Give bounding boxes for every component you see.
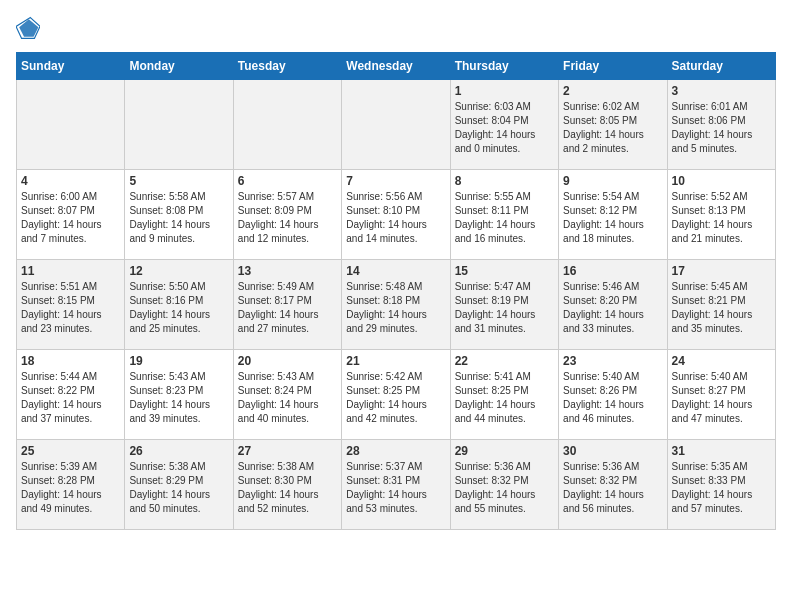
calendar-cell: 15Sunrise: 5:47 AM Sunset: 8:19 PM Dayli… bbox=[450, 260, 558, 350]
calendar-cell: 7Sunrise: 5:56 AM Sunset: 8:10 PM Daylig… bbox=[342, 170, 450, 260]
calendar-cell: 23Sunrise: 5:40 AM Sunset: 8:26 PM Dayli… bbox=[559, 350, 667, 440]
day-number: 23 bbox=[563, 354, 662, 368]
calendar-cell: 30Sunrise: 5:36 AM Sunset: 8:32 PM Dayli… bbox=[559, 440, 667, 530]
calendar-cell: 6Sunrise: 5:57 AM Sunset: 8:09 PM Daylig… bbox=[233, 170, 341, 260]
day-number: 1 bbox=[455, 84, 554, 98]
calendar-cell: 12Sunrise: 5:50 AM Sunset: 8:16 PM Dayli… bbox=[125, 260, 233, 350]
cell-info: Sunrise: 5:41 AM Sunset: 8:25 PM Dayligh… bbox=[455, 370, 554, 426]
cell-info: Sunrise: 5:39 AM Sunset: 8:28 PM Dayligh… bbox=[21, 460, 120, 516]
cell-info: Sunrise: 5:37 AM Sunset: 8:31 PM Dayligh… bbox=[346, 460, 445, 516]
cell-info: Sunrise: 5:43 AM Sunset: 8:23 PM Dayligh… bbox=[129, 370, 228, 426]
day-number: 11 bbox=[21, 264, 120, 278]
day-number: 29 bbox=[455, 444, 554, 458]
cell-info: Sunrise: 5:42 AM Sunset: 8:25 PM Dayligh… bbox=[346, 370, 445, 426]
calendar-cell: 9Sunrise: 5:54 AM Sunset: 8:12 PM Daylig… bbox=[559, 170, 667, 260]
cell-info: Sunrise: 5:47 AM Sunset: 8:19 PM Dayligh… bbox=[455, 280, 554, 336]
cell-info: Sunrise: 6:03 AM Sunset: 8:04 PM Dayligh… bbox=[455, 100, 554, 156]
calendar-cell: 24Sunrise: 5:40 AM Sunset: 8:27 PM Dayli… bbox=[667, 350, 775, 440]
calendar-table: SundayMondayTuesdayWednesdayThursdayFrid… bbox=[16, 52, 776, 530]
cell-info: Sunrise: 5:38 AM Sunset: 8:30 PM Dayligh… bbox=[238, 460, 337, 516]
weekday-header-sunday: Sunday bbox=[17, 53, 125, 80]
calendar-cell bbox=[233, 80, 341, 170]
cell-info: Sunrise: 5:45 AM Sunset: 8:21 PM Dayligh… bbox=[672, 280, 771, 336]
calendar-cell: 28Sunrise: 5:37 AM Sunset: 8:31 PM Dayli… bbox=[342, 440, 450, 530]
day-number: 30 bbox=[563, 444, 662, 458]
calendar-cell: 4Sunrise: 6:00 AM Sunset: 8:07 PM Daylig… bbox=[17, 170, 125, 260]
cell-info: Sunrise: 5:40 AM Sunset: 8:26 PM Dayligh… bbox=[563, 370, 662, 426]
cell-info: Sunrise: 5:52 AM Sunset: 8:13 PM Dayligh… bbox=[672, 190, 771, 246]
day-number: 10 bbox=[672, 174, 771, 188]
calendar-cell: 8Sunrise: 5:55 AM Sunset: 8:11 PM Daylig… bbox=[450, 170, 558, 260]
weekday-header-tuesday: Tuesday bbox=[233, 53, 341, 80]
day-number: 21 bbox=[346, 354, 445, 368]
calendar-cell: 18Sunrise: 5:44 AM Sunset: 8:22 PM Dayli… bbox=[17, 350, 125, 440]
cell-info: Sunrise: 6:01 AM Sunset: 8:06 PM Dayligh… bbox=[672, 100, 771, 156]
logo bbox=[16, 16, 44, 40]
day-number: 3 bbox=[672, 84, 771, 98]
calendar-cell: 26Sunrise: 5:38 AM Sunset: 8:29 PM Dayli… bbox=[125, 440, 233, 530]
day-number: 22 bbox=[455, 354, 554, 368]
cell-info: Sunrise: 5:44 AM Sunset: 8:22 PM Dayligh… bbox=[21, 370, 120, 426]
day-number: 13 bbox=[238, 264, 337, 278]
cell-info: Sunrise: 5:38 AM Sunset: 8:29 PM Dayligh… bbox=[129, 460, 228, 516]
weekday-header-monday: Monday bbox=[125, 53, 233, 80]
day-number: 27 bbox=[238, 444, 337, 458]
weekday-header-wednesday: Wednesday bbox=[342, 53, 450, 80]
cell-info: Sunrise: 5:35 AM Sunset: 8:33 PM Dayligh… bbox=[672, 460, 771, 516]
calendar-cell: 19Sunrise: 5:43 AM Sunset: 8:23 PM Dayli… bbox=[125, 350, 233, 440]
day-number: 8 bbox=[455, 174, 554, 188]
cell-info: Sunrise: 6:00 AM Sunset: 8:07 PM Dayligh… bbox=[21, 190, 120, 246]
calendar-cell: 11Sunrise: 5:51 AM Sunset: 8:15 PM Dayli… bbox=[17, 260, 125, 350]
day-number: 31 bbox=[672, 444, 771, 458]
cell-info: Sunrise: 5:51 AM Sunset: 8:15 PM Dayligh… bbox=[21, 280, 120, 336]
day-number: 24 bbox=[672, 354, 771, 368]
day-number: 16 bbox=[563, 264, 662, 278]
calendar-cell: 21Sunrise: 5:42 AM Sunset: 8:25 PM Dayli… bbox=[342, 350, 450, 440]
day-number: 6 bbox=[238, 174, 337, 188]
calendar-cell: 14Sunrise: 5:48 AM Sunset: 8:18 PM Dayli… bbox=[342, 260, 450, 350]
generalblue-logo-icon bbox=[16, 16, 40, 40]
cell-info: Sunrise: 5:43 AM Sunset: 8:24 PM Dayligh… bbox=[238, 370, 337, 426]
calendar-cell: 1Sunrise: 6:03 AM Sunset: 8:04 PM Daylig… bbox=[450, 80, 558, 170]
cell-info: Sunrise: 5:49 AM Sunset: 8:17 PM Dayligh… bbox=[238, 280, 337, 336]
day-number: 15 bbox=[455, 264, 554, 278]
day-number: 25 bbox=[21, 444, 120, 458]
calendar-cell bbox=[342, 80, 450, 170]
calendar-cell: 16Sunrise: 5:46 AM Sunset: 8:20 PM Dayli… bbox=[559, 260, 667, 350]
calendar-cell: 20Sunrise: 5:43 AM Sunset: 8:24 PM Dayli… bbox=[233, 350, 341, 440]
cell-info: Sunrise: 5:54 AM Sunset: 8:12 PM Dayligh… bbox=[563, 190, 662, 246]
weekday-header-thursday: Thursday bbox=[450, 53, 558, 80]
cell-info: Sunrise: 5:56 AM Sunset: 8:10 PM Dayligh… bbox=[346, 190, 445, 246]
day-number: 28 bbox=[346, 444, 445, 458]
day-number: 12 bbox=[129, 264, 228, 278]
calendar-cell: 22Sunrise: 5:41 AM Sunset: 8:25 PM Dayli… bbox=[450, 350, 558, 440]
calendar-cell: 5Sunrise: 5:58 AM Sunset: 8:08 PM Daylig… bbox=[125, 170, 233, 260]
weekday-header-friday: Friday bbox=[559, 53, 667, 80]
weekday-header-saturday: Saturday bbox=[667, 53, 775, 80]
page-header bbox=[16, 16, 776, 40]
calendar-cell: 3Sunrise: 6:01 AM Sunset: 8:06 PM Daylig… bbox=[667, 80, 775, 170]
calendar-cell: 2Sunrise: 6:02 AM Sunset: 8:05 PM Daylig… bbox=[559, 80, 667, 170]
day-number: 9 bbox=[563, 174, 662, 188]
day-number: 14 bbox=[346, 264, 445, 278]
calendar-cell bbox=[17, 80, 125, 170]
calendar-cell: 10Sunrise: 5:52 AM Sunset: 8:13 PM Dayli… bbox=[667, 170, 775, 260]
day-number: 20 bbox=[238, 354, 337, 368]
day-number: 18 bbox=[21, 354, 120, 368]
day-number: 17 bbox=[672, 264, 771, 278]
day-number: 2 bbox=[563, 84, 662, 98]
cell-info: Sunrise: 5:48 AM Sunset: 8:18 PM Dayligh… bbox=[346, 280, 445, 336]
cell-info: Sunrise: 5:58 AM Sunset: 8:08 PM Dayligh… bbox=[129, 190, 228, 246]
cell-info: Sunrise: 5:36 AM Sunset: 8:32 PM Dayligh… bbox=[455, 460, 554, 516]
cell-info: Sunrise: 5:40 AM Sunset: 8:27 PM Dayligh… bbox=[672, 370, 771, 426]
calendar-cell bbox=[125, 80, 233, 170]
day-number: 19 bbox=[129, 354, 228, 368]
calendar-cell: 25Sunrise: 5:39 AM Sunset: 8:28 PM Dayli… bbox=[17, 440, 125, 530]
day-number: 7 bbox=[346, 174, 445, 188]
cell-info: Sunrise: 5:55 AM Sunset: 8:11 PM Dayligh… bbox=[455, 190, 554, 246]
cell-info: Sunrise: 5:36 AM Sunset: 8:32 PM Dayligh… bbox=[563, 460, 662, 516]
calendar-cell: 13Sunrise: 5:49 AM Sunset: 8:17 PM Dayli… bbox=[233, 260, 341, 350]
calendar-cell: 17Sunrise: 5:45 AM Sunset: 8:21 PM Dayli… bbox=[667, 260, 775, 350]
cell-info: Sunrise: 5:50 AM Sunset: 8:16 PM Dayligh… bbox=[129, 280, 228, 336]
cell-info: Sunrise: 6:02 AM Sunset: 8:05 PM Dayligh… bbox=[563, 100, 662, 156]
